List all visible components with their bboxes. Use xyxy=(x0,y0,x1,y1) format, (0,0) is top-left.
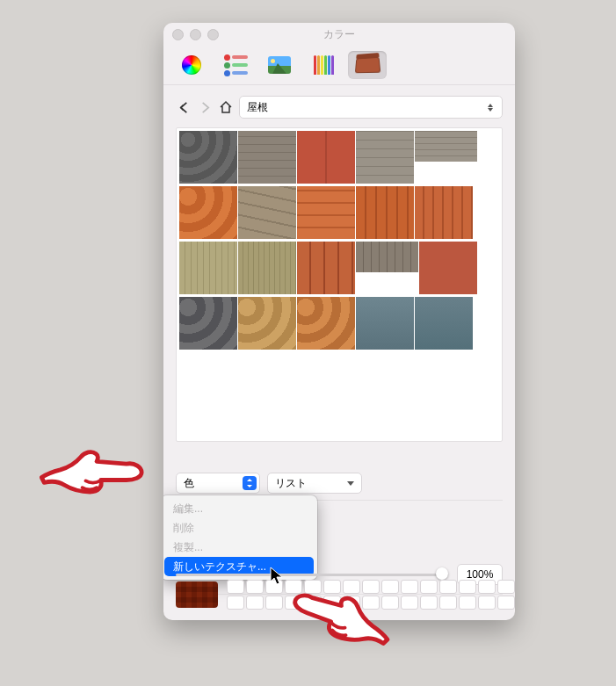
texture-roof-scale-orange[interactable] xyxy=(297,297,355,350)
view-mode-label: リスト xyxy=(275,476,307,491)
image-icon xyxy=(268,56,291,74)
texture-roof-scallop-orange[interactable] xyxy=(179,186,237,239)
mode-color-wheel[interactable] xyxy=(172,51,211,79)
swatch-well[interactable] xyxy=(265,596,283,610)
swatch-well[interactable] xyxy=(285,596,302,610)
color-action-select[interactable]: 色 xyxy=(176,473,260,494)
texture-roof-asphalt-grey[interactable] xyxy=(238,131,296,184)
swatch-well[interactable] xyxy=(246,580,264,594)
swatch-well[interactable] xyxy=(304,596,322,610)
texture-controls: 色 リスト 編集...削除複製...新しいテクスチャ... 100% xyxy=(163,466,515,595)
swatch-well[interactable] xyxy=(478,580,496,594)
texture-category-select[interactable]: 屋根 xyxy=(239,96,503,119)
arrow-right-icon xyxy=(199,101,212,114)
color-panel: カラー 屋根 xyxy=(163,23,515,620)
swatch-well[interactable] xyxy=(227,580,244,594)
swatch-well[interactable] xyxy=(343,580,360,594)
swatch-well[interactable] xyxy=(323,580,341,594)
nav-home-button[interactable] xyxy=(218,99,234,115)
mode-textures[interactable] xyxy=(348,51,387,79)
menu-item-0: 編集... xyxy=(164,499,314,518)
chevron-updown-icon xyxy=(243,476,257,490)
window-title: カラー xyxy=(163,27,515,42)
swatch-well[interactable] xyxy=(246,596,264,610)
swatch-well[interactable] xyxy=(265,580,283,594)
swatch-well[interactable] xyxy=(227,596,244,610)
swatch-well[interactable] xyxy=(439,580,457,594)
slider-thumb[interactable] xyxy=(436,567,448,580)
swatch-well[interactable] xyxy=(304,580,322,594)
color-wheel-icon xyxy=(182,55,201,75)
texture-roof-wood-shake-1[interactable] xyxy=(179,242,237,294)
texture-roof-slate-scallop[interactable] xyxy=(179,131,237,184)
swatch-well[interactable] xyxy=(497,580,515,594)
swatch-well[interactable] xyxy=(439,596,457,610)
swatch-well[interactable] xyxy=(497,596,515,610)
texture-roof-shingle-grey[interactable] xyxy=(356,131,414,184)
texture-roof-spanish-tile[interactable] xyxy=(356,186,414,239)
arrow-left-icon xyxy=(178,101,191,114)
titlebar: カラー xyxy=(163,23,515,46)
pointing-hand-icon xyxy=(26,429,145,508)
texture-roof-clay-pan[interactable] xyxy=(297,186,355,239)
swatch-well[interactable] xyxy=(343,596,360,610)
swatch-well[interactable] xyxy=(401,580,418,594)
menu-item-2: 複製... xyxy=(164,538,314,557)
pencils-icon xyxy=(314,55,334,75)
nav-forward-button[interactable] xyxy=(197,99,213,115)
stepper-icon xyxy=(488,101,495,113)
color-action-label: 色 xyxy=(184,476,194,491)
view-mode-select[interactable]: リスト xyxy=(267,473,362,494)
mode-pencils[interactable] xyxy=(304,51,343,79)
current-color-preview[interactable] xyxy=(176,581,218,608)
swatch-well[interactable] xyxy=(285,580,302,594)
swatch-well[interactable] xyxy=(420,596,438,610)
texture-roof-flat-red[interactable] xyxy=(419,242,477,294)
texture-roof-asphalt-strip[interactable] xyxy=(415,131,477,162)
swatch-wells xyxy=(227,580,515,610)
swatch-well[interactable] xyxy=(323,596,341,610)
texture-roof-metal-rib[interactable] xyxy=(356,242,418,272)
mode-sliders[interactable] xyxy=(216,51,255,79)
swatch-well[interactable] xyxy=(401,596,418,610)
texture-roof-scale-tan[interactable] xyxy=(238,297,296,350)
swatch-well[interactable] xyxy=(362,596,380,610)
texture-roof-metal-red[interactable] xyxy=(297,131,355,184)
texture-nav: 屋根 xyxy=(163,85,515,124)
sliders-icon xyxy=(224,54,248,76)
swatch-wells-bar xyxy=(163,580,515,610)
swatch-well[interactable] xyxy=(459,596,476,610)
texture-grid xyxy=(176,127,503,442)
swatch-well[interactable] xyxy=(478,596,496,610)
texture-roof-wood-shake-2[interactable] xyxy=(238,242,296,294)
texture-roof-spanish-tile-2[interactable] xyxy=(415,186,473,239)
nav-back-button[interactable] xyxy=(176,99,192,115)
swatch-well[interactable] xyxy=(459,580,476,594)
mode-image[interactable] xyxy=(260,51,299,79)
swatch-well[interactable] xyxy=(420,580,438,594)
texture-roof-slate-dark[interactable] xyxy=(179,297,237,350)
texture-roof-metal-blue-2[interactable] xyxy=(415,297,473,350)
menu-item-1: 削除 xyxy=(164,518,314,538)
texture-roof-asphalt-tan[interactable] xyxy=(238,186,296,239)
texture-roof-metal-blue-1[interactable] xyxy=(356,297,414,350)
home-icon xyxy=(219,100,233,114)
brick-icon xyxy=(355,57,380,73)
picker-mode-toolbar xyxy=(163,46,515,85)
texture-roof-barrel-terracotta[interactable] xyxy=(297,242,355,294)
swatch-well[interactable] xyxy=(362,580,380,594)
category-label: 屋根 xyxy=(247,100,268,115)
swatch-well[interactable] xyxy=(381,596,399,610)
swatch-well[interactable] xyxy=(381,580,399,594)
